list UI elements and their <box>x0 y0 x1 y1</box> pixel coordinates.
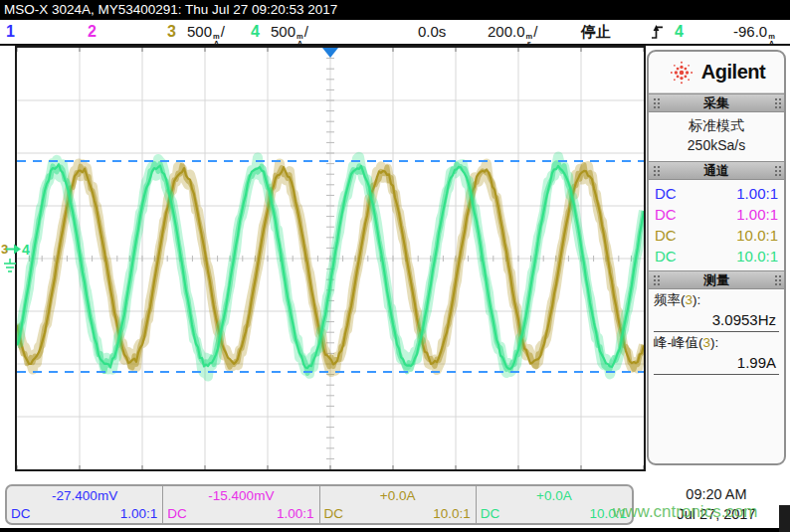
channel-2-status[interactable]: -15.400mV DC1.00:1 <box>162 486 318 523</box>
grip-icon <box>652 273 660 286</box>
trigger-position-marker[interactable] <box>322 48 338 58</box>
title-bar: MSO-X 3024A, MY53400291: Thu Jul 27 09:2… <box>0 0 790 20</box>
grip-icon <box>652 96 660 109</box>
grip-icon <box>652 164 660 177</box>
channel-4-ground-marker[interactable]: 4 <box>6 242 30 258</box>
grip-icon <box>773 273 781 286</box>
channel-1-status[interactable]: -27.400mV DC1.00:1 <box>7 486 162 523</box>
agilent-logo-icon <box>668 59 695 87</box>
acquisition-header[interactable]: 采集 <box>649 93 784 112</box>
channel-1-offset: -27.400mV <box>7 488 162 503</box>
channel-4-status[interactable]: +0.0A DC10.0:1 <box>476 486 632 523</box>
grip-icon <box>773 164 781 177</box>
scope-graticule <box>17 48 644 469</box>
measurements-header[interactable]: 测量 <box>649 270 784 289</box>
brand-name: Agilent <box>701 61 765 84</box>
frequency-value: 3.0953Hz <box>654 309 779 332</box>
horizontal-delay[interactable]: 0.0s <box>418 23 446 40</box>
acquisition-mode: 标准模式 <box>649 115 784 135</box>
ground-symbol-icon <box>4 259 16 271</box>
channel-2-row[interactable]: DC 1.00:1 <box>649 204 784 225</box>
scope-display <box>15 46 646 471</box>
channel-2-badge[interactable]: 2 <box>88 23 97 41</box>
brand-row: Agilent <box>649 52 784 93</box>
svg-text:4: 4 <box>22 242 30 258</box>
trigger-level[interactable]: -96.0mA <box>733 23 776 45</box>
sample-rate: 250kSa/s <box>649 135 784 155</box>
measurement-frequency[interactable]: 频率(3): 3.0953Hz <box>649 289 784 332</box>
channel-1-badge[interactable]: 1 <box>6 23 15 41</box>
corner-block <box>779 505 790 532</box>
channel-2-offset: -15.400mV <box>163 488 318 503</box>
peak-to-peak-value: 1.99A <box>654 352 779 375</box>
channel-1-row[interactable]: DC 1.00:1 <box>649 183 784 204</box>
channels-body: DC 1.00:1 DC 1.00:1 DC 10.0:1 DC 10.0:1 <box>649 180 784 270</box>
channel-4-offset: +0.0A <box>477 488 632 503</box>
channels-header[interactable]: 通道 <box>649 161 784 180</box>
channel-3-row[interactable]: DC 10.0:1 <box>649 225 784 246</box>
sidebar-panel: Agilent 采集 标准模式 250kSa/s 通道 DC 1.00:1 DC… <box>647 50 786 465</box>
bottom-black-strip <box>0 528 790 532</box>
instrument-title: MSO-X 3024A, MY53400291: Thu Jul 27 09:2… <box>4 2 337 17</box>
trigger-edge-icon <box>651 24 664 44</box>
channel-4-badge[interactable]: 4 <box>251 23 260 41</box>
channel-status-panel: -27.400mV DC1.00:1 -15.400mV DC1.00:1 +0… <box>5 484 634 525</box>
clock-time: 09:20 AM <box>647 486 786 502</box>
trigger-source[interactable]: 4 <box>675 23 684 41</box>
watermark: www.cntronics.com <box>613 502 757 522</box>
channel-3-offset: +0.0A <box>320 488 476 503</box>
channel-4-row[interactable]: DC 10.0:1 <box>649 246 784 266</box>
channel-ground-markers: 3 4 <box>0 237 40 278</box>
channel-3-badge[interactable]: 3 <box>167 23 176 41</box>
grip-icon <box>773 96 781 109</box>
acquisition-body: 标准模式 250kSa/s <box>649 112 784 161</box>
measurement-peak-to-peak[interactable]: 峰-峰值(3): 1.99A <box>649 332 784 375</box>
channel-3-status[interactable]: +0.0A DC10.0:1 <box>319 486 476 523</box>
